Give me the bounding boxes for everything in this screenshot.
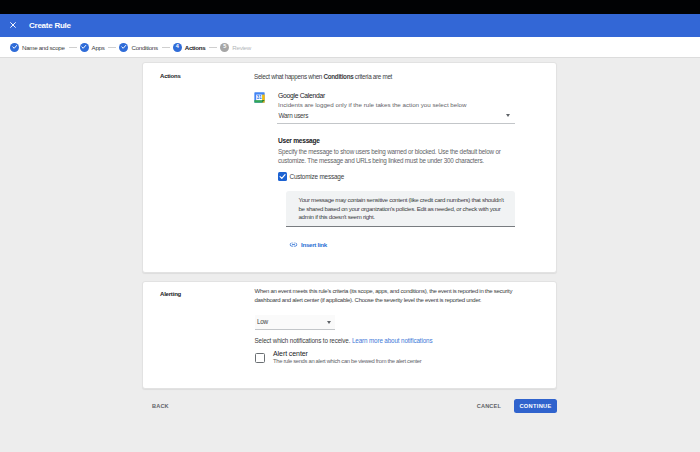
insert-link-button[interactable]: Insert link [289, 240, 327, 249]
wizard-stepper: Name and scopeAppsConditions4Actions5Rev… [0, 37, 700, 58]
window-top-strip [0, 0, 700, 14]
alerting-section-label: Alerting [160, 291, 181, 297]
step-number-badge: 5 [220, 43, 229, 52]
stepper-step-actions[interactable]: 4Actions [173, 43, 206, 52]
dropdown-caret-icon [506, 114, 510, 117]
stepper-step-conditions[interactable]: Conditions [119, 43, 157, 52]
action-select[interactable]: Warn users [277, 108, 515, 124]
alerting-card: Alerting When an event meets this rule's… [142, 281, 557, 389]
step-label: Apps [92, 44, 105, 51]
severity-select[interactable]: Low [255, 315, 335, 331]
app-bar: Create Rule [0, 14, 700, 37]
step-label: Name and scope [22, 44, 65, 51]
app-description: Incidents are logged only if the rule ta… [278, 101, 467, 108]
app-name: Google Calendar [278, 92, 325, 99]
continue-button[interactable]: CONTINUE [514, 399, 557, 413]
step-connector [162, 47, 170, 48]
insert-link-icon [289, 240, 298, 249]
user-message-heading: User message [278, 137, 320, 144]
step-connector [108, 47, 116, 48]
customize-message-checkbox[interactable] [278, 172, 287, 181]
step-label: Review [232, 44, 251, 51]
step-connector [209, 47, 217, 48]
stepper-step-apps[interactable]: Apps [80, 43, 105, 52]
step-label: Actions [185, 44, 206, 51]
notifications-text: Select which notifications to receive. L… [255, 337, 433, 344]
step-check-icon [119, 43, 128, 52]
customize-message-label: Customize message [290, 173, 345, 180]
create-rule-wizard: Create Rule Name and scopeAppsConditions… [0, 0, 700, 452]
cancel-button[interactable]: CANCEL [477, 399, 501, 413]
dropdown-caret-icon [327, 321, 331, 324]
customize-message-row: Customize message [278, 172, 345, 181]
footer-actions: BACK CANCEL CONTINUE [142, 399, 557, 413]
back-button[interactable]: BACK [152, 399, 169, 413]
step-check-icon [80, 43, 89, 52]
user-message-description: Specify the message to show users being … [278, 148, 509, 165]
check-icon [279, 173, 286, 180]
close-icon [10, 22, 16, 28]
actions-section-label: Actions [160, 73, 181, 79]
severity-select-value: Low [257, 318, 268, 325]
action-select-value: Warn users [279, 112, 309, 119]
step-number-badge: 4 [173, 43, 182, 52]
close-button[interactable] [6, 18, 20, 32]
user-message-value: Your message may contain sensitive conte… [299, 196, 507, 222]
learn-more-link[interactable]: Learn more about notifications [352, 337, 433, 344]
svg-text:31: 31 [257, 95, 262, 100]
alerting-description: When an event meets this rule's criteria… [255, 287, 532, 305]
alert-center-description: The rule sends an alert which can be vie… [273, 358, 421, 364]
stepper-step-review[interactable]: 5Review [220, 43, 251, 52]
step-check-icon [10, 43, 19, 52]
step-label: Conditions [131, 44, 157, 51]
actions-card: Actions Select what happens when Conditi… [142, 62, 557, 273]
insert-link-label: Insert link [301, 241, 327, 248]
step-connector [69, 47, 77, 48]
stepper-step-name-and-scope[interactable]: Name and scope [10, 43, 65, 52]
alert-center-checkbox[interactable] [255, 353, 265, 363]
page-title: Create Rule [29, 14, 71, 37]
user-message-textarea[interactable]: Your message may contain sensitive conte… [286, 191, 515, 227]
actions-intro-text: Select what happens when Conditions crit… [254, 73, 392, 80]
google-calendar-icon: 31 [254, 92, 265, 103]
alert-center-label: Alert center [273, 350, 308, 357]
